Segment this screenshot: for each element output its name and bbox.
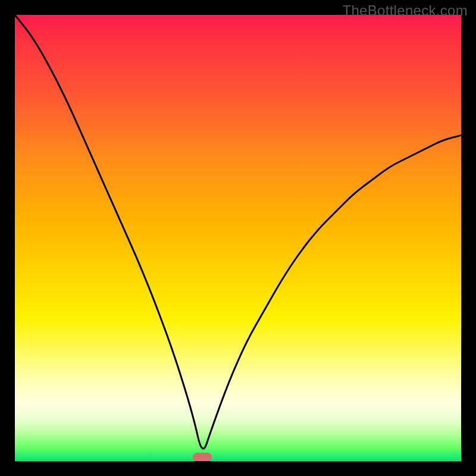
plot-area [15, 15, 461, 461]
watermark-text: TheBottleneck.com [342, 2, 468, 19]
bottleneck-curve [15, 15, 461, 461]
optimal-marker [193, 453, 212, 461]
chart-frame: TheBottleneck.com [0, 0, 476, 476]
